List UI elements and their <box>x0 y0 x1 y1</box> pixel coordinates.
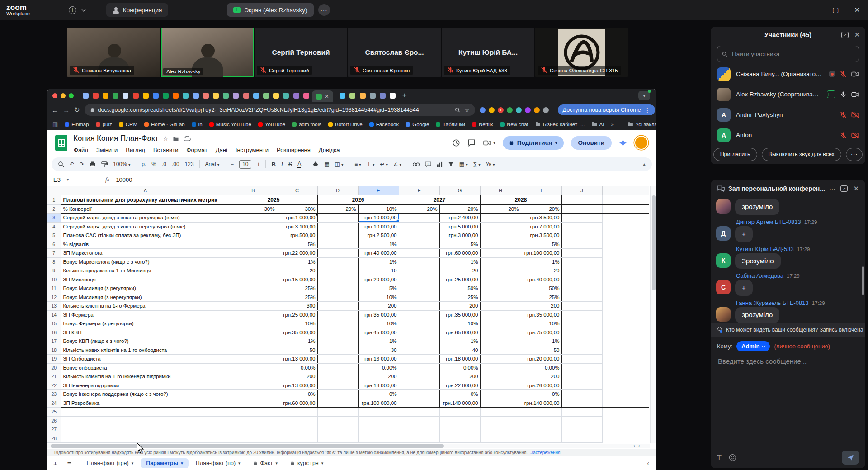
video-tile[interactable]: Кутиш Юрій БА...Кутиш Юрій БАД-533 <box>442 28 534 77</box>
cell-A17[interactable]: Бонус КВП (якщо є з чого?) <box>61 337 230 346</box>
cell-A8[interactable]: Бонус Маркетолога (якщо є з чого?) <box>61 257 230 266</box>
cell-F14[interactable] <box>399 310 439 319</box>
cell-J15[interactable] <box>561 319 602 328</box>
cell-A1[interactable]: Планові константи для розрахунку автомат… <box>61 195 230 204</box>
cell-G17[interactable]: 1% <box>439 337 480 346</box>
cell-E18[interactable]: 30 <box>358 346 399 355</box>
extension-icon[interactable] <box>543 107 549 113</box>
cell-D13[interactable] <box>317 302 358 311</box>
increase-font-button[interactable]: + <box>257 161 260 167</box>
cell-E28[interactable] <box>358 434 399 443</box>
chat-message[interactable]: Д+ <box>716 226 860 242</box>
cell-B27[interactable] <box>230 425 277 434</box>
mac-minimize-button[interactable] <box>61 93 66 98</box>
cell-A20[interactable]: Бонус онбордиста <box>61 363 230 372</box>
col-header-A[interactable]: A <box>61 186 230 195</box>
cell-B9[interactable] <box>230 266 277 275</box>
strikethrough-button[interactable]: S <box>288 161 292 167</box>
cell-H20[interactable] <box>480 363 521 372</box>
chat-message-input[interactable] <box>717 357 861 366</box>
account-avatar[interactable] <box>634 136 648 150</box>
cell-G7[interactable]: грн.60 000,00 <box>439 249 480 258</box>
cell-H17[interactable] <box>480 337 521 346</box>
cell-C18[interactable]: 50 <box>277 346 317 355</box>
cell-F22[interactable] <box>399 381 439 390</box>
cell-H28[interactable] <box>480 434 521 443</box>
cell-F10[interactable] <box>399 275 439 284</box>
cell-J1[interactable] <box>561 195 602 204</box>
browser-tab-favicon[interactable] <box>143 93 149 99</box>
cell-H26[interactable] <box>480 416 521 425</box>
cell-I6[interactable]: 5% <box>521 240 561 249</box>
browser-tab-favicon[interactable] <box>213 93 219 99</box>
extension-icon[interactable] <box>507 107 513 113</box>
format-currency-button[interactable]: p. <box>142 161 146 167</box>
cell-H12[interactable] <box>480 293 521 302</box>
cell-D14[interactable] <box>317 310 358 319</box>
cell-F27[interactable] <box>399 425 439 434</box>
menu-Змінити[interactable]: Змінити <box>93 146 121 154</box>
video-tile[interactable]: Сергій ТерновийСергій Терновий <box>255 28 347 77</box>
cell-D22[interactable] <box>317 381 358 390</box>
cell-J12[interactable] <box>561 293 602 302</box>
cell-D15[interactable] <box>317 319 358 328</box>
cell-D10[interactable] <box>317 275 358 284</box>
cell-A22[interactable]: ЗП Інженера підтримки <box>61 381 230 390</box>
sheet-tab-Параметры[interactable]: Параметры▾ <box>141 458 189 468</box>
collapse-toolbar-icon[interactable]: ▴ <box>643 161 646 167</box>
increase-decimals-button[interactable]: .00 <box>172 161 179 167</box>
cell-D23[interactable] <box>317 390 358 399</box>
cell-G16[interactable]: грн.65 000,00 <box>439 328 480 337</box>
participant-search[interactable] <box>717 46 859 62</box>
invite-button[interactable]: Пригласить <box>713 148 757 161</box>
cell-H19[interactable] <box>480 355 521 364</box>
cell-G8[interactable]: 1% <box>439 257 480 266</box>
tab-shared-screen[interactable]: Экран (Alex Rzhavsky) <box>227 3 313 17</box>
chat-message[interactable]: зрозуміло <box>716 307 860 323</box>
cell-F5[interactable] <box>399 231 439 240</box>
cell-D11[interactable] <box>317 284 358 293</box>
video-tile[interactable]: Сечина Олександра СН-315 <box>535 28 628 77</box>
row-header-12[interactable]: 12 <box>47 293 61 302</box>
cell-E19[interactable]: грн.16 000,00 <box>358 355 399 364</box>
row-header-23[interactable]: 23 <box>47 390 61 399</box>
cell-C17[interactable]: 1% <box>277 337 317 346</box>
participant-search-input[interactable] <box>731 50 854 58</box>
cell-F17[interactable] <box>399 337 439 346</box>
cell-A13[interactable]: Кількість клієнтів на 1-го Фермера <box>61 302 230 311</box>
cell-J19[interactable] <box>561 355 602 364</box>
bookmark-item[interactable]: AI <box>592 122 604 127</box>
cell-H10[interactable] <box>480 275 521 284</box>
browser-tab-favicon[interactable] <box>113 93 118 99</box>
browser-tab-favicon[interactable] <box>243 93 249 99</box>
cell-A9[interactable]: Кількість продажів на 1-го Мисливця <box>61 266 230 275</box>
back-icon[interactable]: ← <box>52 106 58 114</box>
browser-tab-favicon[interactable] <box>263 93 269 99</box>
cell-C14[interactable]: грн.25 000,00 <box>277 310 317 319</box>
browser-tab-favicon[interactable] <box>223 93 229 99</box>
cell-J14[interactable] <box>561 310 602 319</box>
extension-icon[interactable] <box>480 107 486 113</box>
chat-messages[interactable]: зрозумілоДигтяр Артем БТЕ-081317:29Д+Кут… <box>711 197 865 323</box>
cell-F11[interactable] <box>399 284 439 293</box>
bookmark-item[interactable]: pulz <box>96 122 112 127</box>
chat-scrollbar[interactable] <box>862 266 864 295</box>
bookmark-item[interactable]: Music YouTube <box>209 122 251 127</box>
cell-D2[interactable]: 20% <box>317 204 358 214</box>
cell-I19[interactable]: грн.20 000,00 <box>521 355 561 364</box>
menu-Дані[interactable]: Дані <box>212 146 231 154</box>
cell-C20[interactable]: 0,00% <box>277 363 317 372</box>
menu-Формат[interactable]: Формат <box>184 146 211 154</box>
cell-H4[interactable] <box>480 222 521 231</box>
decrease-decimals-button[interactable]: .0 <box>162 161 166 167</box>
row-header-28[interactable]: 28 <box>47 434 61 443</box>
cell-H24[interactable] <box>480 399 521 408</box>
cell-B2[interactable]: 30% <box>230 204 277 214</box>
browser-tab-favicon[interactable] <box>273 93 279 99</box>
browser-tab-favicon[interactable] <box>183 93 189 99</box>
cell-I11[interactable]: 50% <box>521 284 561 293</box>
merge-cells-button[interactable]: ◫ ▾ <box>335 161 343 167</box>
cell-G26[interactable] <box>439 416 480 425</box>
cell-H14[interactable] <box>480 310 521 319</box>
col-header-J[interactable]: J <box>561 186 602 195</box>
